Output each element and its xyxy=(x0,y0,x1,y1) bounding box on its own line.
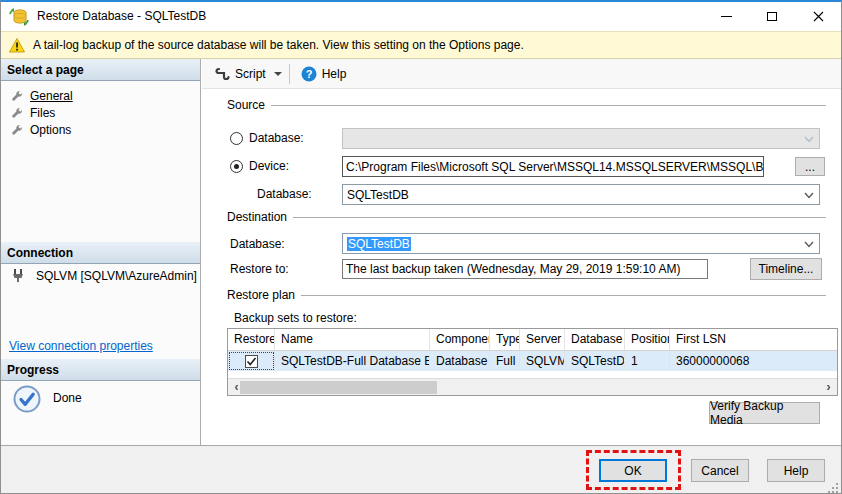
cell-first-lsn: 36000000068 xyxy=(670,351,837,371)
backup-sets-label: Backup sets to restore: xyxy=(234,311,357,325)
progress-status-text: Done xyxy=(53,391,82,405)
device-path-input[interactable]: C:\Program Files\Microsoft SQL Server\MS… xyxy=(342,156,764,177)
warning-icon xyxy=(9,38,25,53)
grid-header-row: Restore Name Component Type Server Datab… xyxy=(228,329,837,351)
group-divider xyxy=(293,217,826,218)
done-check-icon xyxy=(13,385,41,413)
cell-name: SQLTestDB-Full Database Backup xyxy=(275,351,430,371)
source-database-combobox xyxy=(342,128,820,149)
source-device-radio-label[interactable]: Device: xyxy=(249,159,289,173)
script-button[interactable]: Script xyxy=(210,63,270,85)
browse-label: ... xyxy=(805,160,815,174)
column-header-restore: Restore xyxy=(228,329,275,350)
source-group-label: Source xyxy=(227,98,265,112)
minimize-button[interactable] xyxy=(703,2,749,31)
title-bar: Restore Database - SQLTestDB xyxy=(1,2,841,31)
group-divider xyxy=(301,295,826,296)
help-footer-button[interactable]: Help xyxy=(767,459,825,482)
wrench-icon xyxy=(11,124,23,136)
browse-device-button[interactable]: ... xyxy=(795,157,825,176)
destination-database-combobox[interactable]: SQLTestDB xyxy=(342,233,820,254)
maximize-button[interactable] xyxy=(749,2,795,31)
horizontal-scrollbar[interactable]: ‹ › xyxy=(228,378,837,395)
progress-status-row: Done xyxy=(13,385,82,413)
footer-bar: OK Cancel Help xyxy=(1,445,841,494)
scrollbar-thumb[interactable] xyxy=(240,381,437,394)
form-content: Source Database: Device: C:\Program File… xyxy=(202,90,841,445)
cell-position: 1 xyxy=(625,351,670,371)
restore-plan-group-label: Restore plan xyxy=(227,288,295,302)
destination-database-value: SQLTestDB xyxy=(347,237,411,251)
restore-to-value: The last backup taken (Wednesday, May 29… xyxy=(346,262,680,276)
verify-backup-media-label: Verify Backup Media xyxy=(710,399,819,427)
verify-backup-media-button[interactable]: Verify Backup Media xyxy=(709,402,820,424)
ok-button[interactable]: OK xyxy=(599,459,667,482)
group-divider xyxy=(271,105,826,106)
toolbar: Script ? Help xyxy=(202,59,841,89)
wrench-icon xyxy=(11,90,23,102)
sidebar-item-label: Options xyxy=(30,123,71,137)
restore-to-input[interactable]: The last backup taken (Wednesday, May 29… xyxy=(342,259,708,279)
restore-database-icon xyxy=(9,7,29,27)
view-connection-properties-link[interactable]: View connection properties xyxy=(9,339,153,353)
select-a-page-header: Select a page xyxy=(1,59,200,81)
restore-database-dialog: Restore Database - SQLTestDB A tail-log … xyxy=(0,0,842,494)
timeline-button[interactable]: Timeline... xyxy=(750,258,822,280)
script-icon xyxy=(214,66,230,82)
cancel-label: Cancel xyxy=(701,464,738,478)
restore-to-label: Restore to: xyxy=(230,262,289,276)
chevron-down-icon xyxy=(804,241,814,248)
sidebar: Select a page General Files Options Con xyxy=(1,59,201,445)
wrench-icon xyxy=(11,107,23,119)
maximize-icon xyxy=(767,12,777,21)
source-database-radio-label[interactable]: Database: xyxy=(249,131,304,145)
server-connection-icon xyxy=(11,268,27,284)
source-database-radio[interactable] xyxy=(230,132,243,145)
help-icon: ? xyxy=(301,66,317,82)
warning-text: A tail-log backup of the source database… xyxy=(33,38,524,52)
sidebar-item-label: Files xyxy=(30,106,55,120)
dialog-body: Select a page General Files Options Con xyxy=(1,59,841,445)
minimize-icon xyxy=(721,16,732,17)
source-database-select[interactable]: SQLTestDB xyxy=(342,184,820,205)
ok-label: OK xyxy=(624,464,641,478)
restore-checkbox[interactable] xyxy=(245,355,258,368)
backup-set-row[interactable]: SQLTestDB-Full Database Backup Database … xyxy=(228,351,837,371)
help-button[interactable]: ? Help xyxy=(297,63,351,85)
help-footer-label: Help xyxy=(784,464,809,478)
cancel-button[interactable]: Cancel xyxy=(691,459,749,482)
checkmark-icon xyxy=(246,356,257,367)
sidebar-item-label: General xyxy=(30,89,73,103)
script-dropdown-caret[interactable] xyxy=(274,72,282,76)
connection-server-label: SQLVM [SQLVM\AzureAdmin] xyxy=(36,269,197,283)
close-icon xyxy=(813,11,824,22)
sidebar-item-general[interactable]: General xyxy=(11,87,73,104)
scroll-right-arrow[interactable]: › xyxy=(820,379,837,396)
cell-database: SQLTestDB xyxy=(565,351,625,371)
source-device-radio[interactable] xyxy=(230,160,243,173)
destination-group-header: Destination xyxy=(227,210,826,224)
progress-header: Progress xyxy=(1,359,200,381)
chevron-down-icon xyxy=(804,192,814,199)
destination-group-label: Destination xyxy=(227,210,287,224)
sidebar-item-options[interactable]: Options xyxy=(11,121,71,138)
chevron-down-icon xyxy=(804,136,814,143)
sidebar-item-files[interactable]: Files xyxy=(11,104,55,121)
column-header-first-lsn: First LSN xyxy=(670,329,837,350)
close-button[interactable] xyxy=(795,2,841,31)
svg-text:?: ? xyxy=(305,68,312,80)
tail-log-warning-banner: A tail-log backup of the source database… xyxy=(1,31,841,59)
main-pane: Script ? Help Source xyxy=(202,59,841,445)
column-header-component: Component xyxy=(430,329,490,350)
source-database-select-value: SQLTestDB xyxy=(347,188,409,202)
destination-database-label: Database: xyxy=(230,237,285,251)
cell-component: Database xyxy=(430,351,490,371)
toolbar-separator xyxy=(289,64,290,84)
restore-plan-group-header: Restore plan xyxy=(227,288,826,302)
column-header-position: Position xyxy=(625,329,670,350)
column-header-database: Database xyxy=(565,329,625,350)
device-path-value: C:\Program Files\Microsoft SQL Server\MS… xyxy=(346,160,764,174)
restore-checkbox-cell xyxy=(228,351,275,371)
help-label: Help xyxy=(322,67,347,81)
resize-grip[interactable] xyxy=(826,481,839,494)
